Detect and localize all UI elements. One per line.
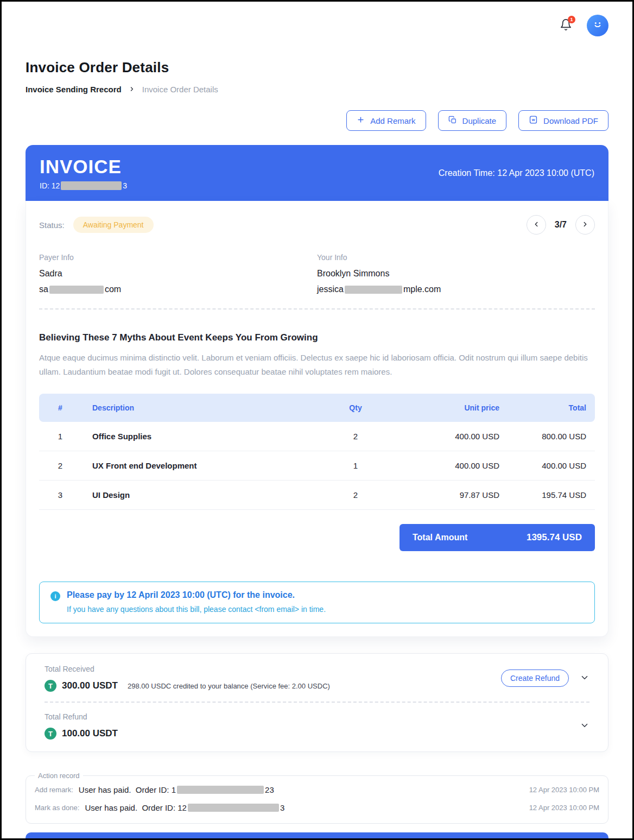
create-refund-button[interactable]: Create Refund [501, 670, 569, 687]
breadcrumb: Invoice Sending Rrecord Invoice Order De… [26, 85, 608, 94]
invoice-banner-title: INVOICE [40, 156, 127, 178]
chevron-left-icon [532, 220, 540, 230]
payer-email-prefix: sa [39, 285, 48, 294]
next-card-peek [26, 832, 608, 838]
payment-notice-title: Please pay by 12 April 2023 10:00 (UTC) … [67, 590, 326, 600]
header-unit-price: Unit price [396, 394, 499, 422]
total-received-label: Total Received [45, 665, 501, 673]
action-record-text: User has paid. Order ID: 12 3 [85, 803, 284, 812]
total-received-row: Total Received T 300.00 USDT 298.00 USDC… [45, 665, 589, 692]
action-record-text-suffix: 23 [265, 785, 274, 794]
breadcrumb-item-current: Invoice Order Details [142, 85, 218, 94]
cell-description: UI Design [81, 481, 315, 510]
page-title: Invoice Order Details [26, 59, 608, 76]
download-pdf-button[interactable]: w Download PDF [518, 110, 608, 131]
payer-email-suffix: com [105, 285, 121, 294]
redaction-block [177, 786, 264, 794]
cell-unit-price: 97.87 USD [396, 481, 499, 510]
received-expand-button[interactable] [580, 673, 589, 684]
total-received-info: Total Received T 300.00 USDT 298.00 USDC… [45, 665, 501, 692]
payment-notice-body: If you have any questions about this bil… [67, 605, 326, 614]
cell-description: UX Front end Development [81, 451, 315, 481]
action-record-label: Mark as done: [35, 804, 79, 812]
payment-notice-text: Please pay by 12 April 2023 10:00 (UTC) … [67, 590, 326, 614]
header-description: Description [81, 394, 315, 422]
cell-num: 2 [39, 451, 81, 481]
your-info: Your Info Brooklyn Simmons jessica mple.… [317, 253, 595, 294]
creation-time: Creation Time: 12 Apr 2023 10:00 (UTC) [439, 168, 594, 178]
action-record-time: 12 Apr 2023 10:00 PM [529, 786, 599, 794]
your-email-suffix: mple.com [403, 285, 441, 294]
total-received-controls: Create Refund [501, 670, 589, 687]
svg-text:w: w [531, 117, 535, 122]
total-received-note: 298.00 USDC credited to your balance (Se… [128, 682, 330, 690]
breadcrumb-item-record[interactable]: Invoice Sending Rrecord [26, 85, 122, 94]
page-indicator: 3/7 [555, 220, 567, 230]
refund-expand-button[interactable] [580, 721, 589, 732]
prev-page-button[interactable] [527, 215, 546, 235]
line-items-table: # Description Qty Unit price Total 1 Off… [39, 394, 595, 510]
action-record-text-suffix: 3 [280, 803, 284, 812]
your-email: jessica mple.com [317, 285, 595, 294]
your-email-prefix: jessica [317, 285, 344, 294]
tether-icon: T [45, 728, 56, 740]
cell-qty: 2 [315, 481, 396, 510]
breadcrumb-chevron-icon [129, 85, 135, 94]
cell-description: Office Supplies [81, 422, 315, 451]
action-record-text-prefix: User has paid. Order ID: 12 [85, 803, 187, 812]
table-row: 3 UI Design 2 97.87 USD 195.74 USD [39, 481, 595, 510]
cell-total: 400.00 USD [499, 451, 595, 481]
settlement-card: Total Received T 300.00 USDT 298.00 USDC… [26, 653, 608, 752]
total-amount-label: Total Amount [413, 533, 467, 542]
total-amount-value: 1395.74 USD [527, 532, 582, 543]
action-record-time: 12 Apr 2023 10:00 PM [529, 804, 599, 812]
action-buttons: Add Remark Duplicate w Download PDF [26, 110, 608, 131]
total-received-amount: 300.00 USDT [62, 680, 118, 691]
chevron-down-icon [580, 721, 589, 732]
invoice-card: Status: Awaiting Payment 3/7 Payer Info [26, 201, 608, 637]
copy-icon [448, 116, 457, 126]
cell-unit-price: 400.00 USD [396, 451, 499, 481]
pagination: 3/7 [527, 215, 595, 235]
notifications-button[interactable]: 1 [559, 18, 573, 33]
total-refund-info: Total Refund T 100.00 USDT [45, 712, 580, 740]
info-icon: i [50, 591, 60, 601]
header-qty: Qty [315, 394, 396, 422]
header-num: # [39, 394, 81, 422]
action-record-legend: Action record [35, 772, 83, 780]
payer-info: Payer Info Sadra sa com [39, 253, 317, 294]
action-record: Action record Add remark: User has paid.… [26, 772, 608, 824]
total-refund-amount-row: T 100.00 USDT [45, 728, 580, 740]
total-refund-controls [580, 721, 589, 732]
chevron-right-icon [581, 220, 589, 230]
action-record-label: Add remark: [35, 786, 73, 794]
header-total: Total [499, 394, 595, 422]
topbar: 1 [26, 2, 608, 37]
add-remark-button[interactable]: Add Remark [346, 110, 426, 131]
smiley-icon [591, 17, 605, 34]
duplicate-button[interactable]: Duplicate [438, 110, 507, 131]
total-received-amount-row: T 300.00 USDT 298.00 USDC credited to yo… [45, 680, 501, 692]
avatar[interactable] [587, 15, 608, 36]
cell-num: 1 [39, 422, 81, 451]
redaction-block [61, 181, 122, 190]
chevron-down-icon [580, 673, 589, 684]
your-name: Brooklyn Simmons [317, 269, 595, 279]
cell-qty: 2 [315, 422, 396, 451]
invoice-banner-left: INVOICE ID: 12 3 [40, 156, 127, 190]
action-record-text-prefix: User has paid. Order ID: 1 [79, 785, 176, 794]
plus-icon [357, 116, 365, 125]
total-refund-row: Total Refund T 100.00 USDT [45, 712, 589, 740]
dashed-divider [39, 308, 595, 310]
table-row: 1 Office Supplies 2 400.00 USD 800.00 US… [39, 422, 595, 451]
invoice-banner: INVOICE ID: 12 3 Creation Time: 12 Apr 2… [26, 145, 608, 201]
total-refund-amount: 100.00 USDT [62, 728, 118, 739]
total-amount-bar: Total Amount 1395.74 USD [400, 524, 595, 551]
status-row: Status: Awaiting Payment 3/7 [39, 215, 595, 235]
action-record-row: Mark as done: User has paid. Order ID: 1… [35, 799, 599, 817]
next-page-button[interactable] [575, 215, 595, 235]
download-pdf-label: Download PDF [543, 116, 598, 125]
tether-icon: T [45, 680, 56, 692]
redaction-block [49, 286, 104, 294]
dashed-divider [45, 702, 589, 703]
